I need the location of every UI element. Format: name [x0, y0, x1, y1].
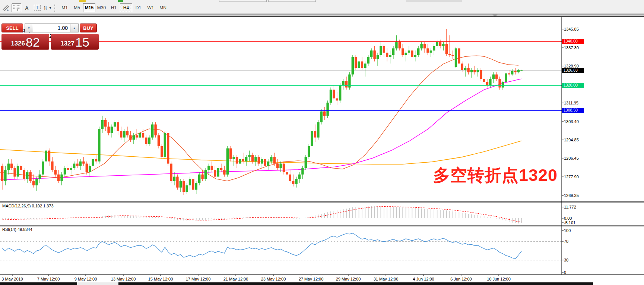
time-axis-label[interactable]: 13 May 12:00: [111, 277, 136, 281]
candle-body: [192, 179, 194, 190]
time-axis-label[interactable]: 29 May 12:00: [336, 277, 361, 281]
symbol-field-partial[interactable]: [219, 0, 267, 2]
buy-price-main: 1327: [60, 40, 74, 47]
candle-body: [301, 168, 304, 175]
candle-body: [101, 120, 104, 129]
candle-body: [355, 57, 357, 68]
volume-increase-button[interactable]: ▲: [70, 24, 79, 32]
text-tool-button[interactable]: T: [32, 3, 42, 12]
candle-body: [123, 131, 125, 138]
time-axis-label[interactable]: 21 May 12:00: [223, 277, 248, 281]
candle-body: [48, 151, 50, 162]
candle-body: [514, 71, 516, 72]
price-axis-label: 1269.35: [564, 193, 579, 198]
candle-body: [76, 164, 78, 166]
candle-body: [399, 42, 401, 48]
candle-body: [45, 151, 47, 162]
candle-body: [511, 71, 513, 75]
timeframe-button-m30[interactable]: M30: [95, 3, 108, 12]
timeframe-button-h1[interactable]: H1: [108, 3, 120, 12]
time-axis-label[interactable]: 4 Jun 12:00: [413, 277, 434, 281]
candle-body: [470, 70, 473, 72]
candle-body: [358, 62, 360, 68]
volume-decrease-button[interactable]: ▼: [25, 24, 33, 32]
candle-body: [448, 54, 451, 55]
fibonacci-tool-button[interactable]: F: [12, 3, 21, 12]
time-axis-label[interactable]: 7 May 12:00: [37, 277, 60, 281]
timeframe-bar: M1M5M15M30H1H4D1W1MN: [58, 3, 169, 12]
time-axis-label[interactable]: 9 May 12:00: [74, 277, 97, 281]
timeframe-button-m1[interactable]: M1: [58, 3, 71, 12]
channel-tool-button[interactable]: E: [1, 3, 11, 12]
candle-body: [377, 55, 379, 59]
candle-body: [32, 181, 35, 185]
candle-body: [176, 177, 178, 188]
period-field-partial[interactable]: [268, 0, 316, 2]
candle-body: [383, 46, 385, 53]
price-badge-1326.83: 1326.83: [562, 68, 584, 73]
time-axis-label[interactable]: 31 May 12:00: [374, 277, 399, 281]
macd-axis-label: 11.772: [564, 205, 576, 209]
timeframe-button-mn[interactable]: MN: [157, 3, 169, 12]
rsi-axis-label: 70: [564, 239, 568, 244]
candle-body: [276, 164, 279, 168]
macd-axis-label: 0.00: [564, 216, 572, 220]
candle-body: [232, 157, 235, 159]
buy-button[interactable]: BUY: [80, 24, 97, 32]
candle-body: [326, 103, 329, 116]
rsi-axis-label: 100: [564, 228, 571, 233]
time-axis-label[interactable]: 3 May 2019: [1, 277, 23, 281]
chart-window-frame: [0, 14, 644, 17]
autotrading-icon[interactable]: [118, 0, 123, 2]
time-axis-label[interactable]: 10 Jun 12:00: [487, 277, 511, 281]
price-axis-label: 1286.45: [564, 156, 579, 160]
time-axis-label[interactable]: 27 May 12:00: [299, 277, 324, 281]
price-axis-label: 1311.95: [564, 101, 578, 105]
candle-body: [151, 125, 153, 138]
timeframe-button-w1[interactable]: W1: [145, 3, 157, 12]
candle-body: [402, 48, 404, 55]
price-axis-label: 1345.85: [564, 27, 579, 31]
time-axis-label[interactable]: 6 Jun 12:00: [450, 277, 472, 281]
candle-body: [120, 131, 122, 138]
chart-annotation-text[interactable]: 多空转折点1320: [433, 164, 558, 187]
timeframe-button-m5[interactable]: M5: [71, 3, 83, 12]
price-axis-label: 1277.90: [564, 175, 579, 179]
candle-body: [89, 166, 91, 172]
candle-body: [455, 48, 457, 67]
candle-body: [251, 155, 254, 162]
price-axis-label: 1303.40: [564, 119, 579, 124]
sell-price-panel[interactable]: 1326 82: [1, 34, 49, 50]
fibonacci-tool-icon: F: [13, 4, 20, 11]
candle-body: [95, 159, 97, 162]
timeframe-button-m15[interactable]: M15: [83, 3, 95, 12]
candle-body: [320, 112, 323, 122]
time-axis-label[interactable]: 17 May 12:00: [186, 277, 211, 281]
candle-body: [183, 181, 185, 192]
candle-body: [207, 166, 210, 170]
candle-body: [189, 179, 191, 185]
price-badge-1308.50: 1308.50: [562, 108, 584, 113]
time-axis-label[interactable]: 15 May 12:00: [148, 277, 173, 281]
text-label-tool-button[interactable]: A: [22, 3, 32, 12]
candle-body: [20, 166, 22, 170]
time-axis-label[interactable]: 23 May 12:00: [261, 277, 286, 281]
candle-body: [395, 42, 397, 48]
candle-body: [283, 164, 285, 172]
timeframe-button-h4[interactable]: H4: [120, 3, 132, 12]
channel-tool-icon: E: [2, 4, 10, 11]
candle-body: [214, 170, 216, 177]
candle-body: [195, 183, 197, 190]
arrows-tool-button[interactable]: ⇅ ▼: [43, 3, 53, 12]
window-collapse-icon[interactable]: [492, 15, 498, 17]
new-order-icon[interactable]: [79, 0, 86, 2]
volume-input[interactable]: 1.00: [33, 24, 70, 32]
timeframe-button-d1[interactable]: D1: [132, 3, 145, 12]
candle-body: [489, 79, 491, 85]
chart-mode-icons-partial[interactable]: [406, 0, 462, 2]
candle-body: [258, 157, 260, 164]
candle-body: [392, 48, 394, 55]
price-badge-1340.00: 1340.00: [562, 39, 584, 44]
sell-button[interactable]: SELL: [1, 24, 23, 32]
buy-price-panel[interactable]: 1327 15: [51, 34, 99, 50]
